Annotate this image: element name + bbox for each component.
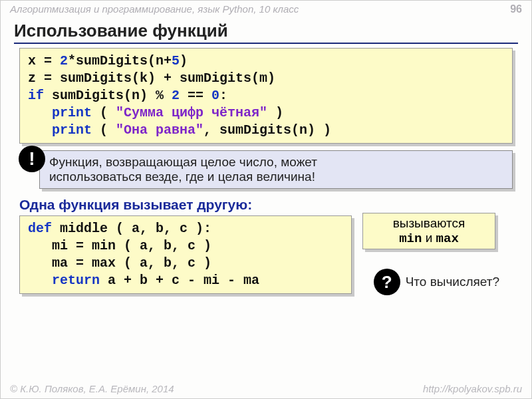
info-note: ! Функция, возвращающая целое число, мож… [39,150,513,189]
header: Алгоритмизация и программирование, язык … [1,1,531,17]
callout-box: вызываются min и max [362,213,495,249]
note-line2: использоваться везде, где и целая величи… [49,170,505,184]
code-block-1: x = 2*sumDigits(n+5) z = sumDigits(k) + … [19,48,513,144]
note-line1: Функция, возвращающая целое число, может [49,155,505,170]
footer-url: http://kpolyakov.spb.ru [423,383,522,394]
footer: © К.Ю. Поляков, Е.А. Ерёмин, 2014 http:/… [10,383,522,394]
code-block-2: def middle ( a, b, c ): mi = min ( a, b,… [19,215,352,294]
slide-title: Использование функций [14,21,518,44]
sub-heading: Одна функция вызывает другую: [19,197,513,213]
course-title: Алгоритмизация и программирование, язык … [10,3,299,15]
question-icon: ? [374,269,400,295]
copyright: © К.Ю. Поляков, Е.А. Ерёмин, 2014 [10,383,174,394]
page-number: 96 [510,3,522,15]
question-row: ? Что вычисляет? [374,269,499,295]
callout-line1: вызываются [368,216,489,231]
question-text: Что вычисляет? [406,275,499,289]
callout-line2: min и max [368,231,489,246]
exclamation-icon: ! [19,146,45,172]
